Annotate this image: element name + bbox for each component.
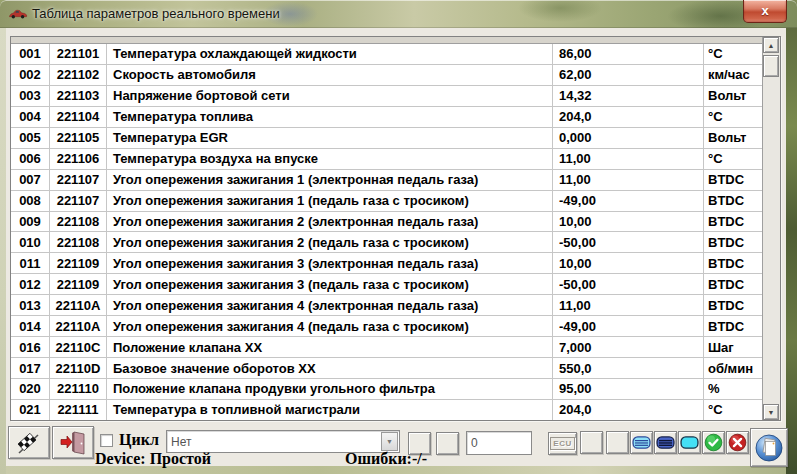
cell-name: Угол опережения зажигания 1 (электронная… [107, 170, 553, 190]
cell-value: 11,00 [553, 149, 704, 169]
car-icon[interactable] [8, 8, 28, 20]
table-row[interactable]: 001221101Температура охлаждающей жидкост… [11, 44, 762, 65]
close-button[interactable]: x [743, 0, 787, 23]
cell-num: 006 [11, 149, 50, 169]
cell-num: 009 [11, 212, 50, 232]
cell-value: -49,00 [553, 316, 704, 336]
counter-input[interactable] [466, 431, 532, 455]
chevron-down-icon[interactable]: ▼ [381, 432, 398, 451]
cell-code: 221103 [50, 86, 107, 106]
cell-num: 005 [11, 128, 50, 148]
vertical-scrollbar[interactable]: ▲ ▼ [762, 37, 780, 420]
cell-code: 221104 [50, 107, 107, 127]
cell-unit: % [704, 379, 762, 399]
titlebar[interactable]: Таблица параметров реального времени x [0, 0, 797, 28]
cancel-button[interactable] [726, 431, 749, 454]
cell-name: Угол опережения зажигания 4 (электронная… [107, 295, 553, 315]
blank-button-3[interactable] [580, 431, 603, 454]
cell-code: 221108 [50, 232, 107, 252]
cell-value: 7,000 [553, 337, 704, 357]
cell-code: 221108 [50, 212, 107, 232]
table-row[interactable]: 007221107Угол опережения зажигания 1 (эл… [11, 170, 762, 191]
cell-num: 011 [11, 253, 50, 273]
scroll-down-icon[interactable]: ▼ [763, 404, 779, 420]
panel-view-button[interactable] [678, 431, 701, 454]
table-row[interactable]: 009221108Угол опережения зажигания 2 (эл… [11, 212, 762, 233]
table-row[interactable]: 01722110DБазовое значение оборотов ХХ550… [11, 358, 762, 379]
cell-code: 221106 [50, 149, 107, 169]
cell-num: 004 [11, 107, 50, 127]
table-row[interactable]: 01322110AУгол опережения зажигания 4 (эл… [11, 295, 762, 316]
errors-status-label: Ошибки:-/- [345, 450, 427, 468]
cell-value: -49,00 [553, 191, 704, 211]
checkered-flag-icon [14, 430, 44, 456]
cell-name: Положение клапана ХХ [107, 337, 553, 357]
exit-door-button[interactable] [52, 426, 94, 459]
scrollbar-thumb[interactable] [763, 55, 779, 77]
cycle-checkbox[interactable] [100, 434, 113, 447]
cell-code: 221107 [50, 170, 107, 190]
cell-code: 221105 [50, 128, 107, 148]
table-row[interactable]: 008221107Угол опережения зажигания 1 (пе… [11, 191, 762, 212]
blank-button-2[interactable] [436, 432, 459, 455]
scroll-up-icon[interactable]: ▲ [763, 37, 779, 53]
cell-value: 550,0 [553, 358, 704, 378]
table-row[interactable]: 006221106Температура воздуха на впуске11… [11, 149, 762, 170]
list-view-light-button[interactable] [630, 431, 653, 454]
table-row[interactable]: 01622110CПоложение клапана ХХ7,000Шаг [11, 337, 762, 358]
list-view-dark-button[interactable] [654, 431, 677, 454]
cell-name: Температура охлаждающей жидкости [107, 44, 553, 64]
cross-circle-icon [728, 433, 747, 452]
cell-code: 221109 [50, 253, 107, 273]
cell-name: Температура в топливной магистрали [107, 400, 553, 420]
finish-flag-button[interactable] [8, 426, 50, 459]
cell-name: Базовое значение оборотов ХХ [107, 358, 553, 378]
client-area: 001221101Температура охлаждающей жидкост… [6, 28, 786, 466]
cell-code: 22110A [50, 295, 107, 315]
report-button[interactable] [750, 428, 788, 467]
cell-num: 016 [11, 337, 50, 357]
table-row[interactable]: 01422110AУгол опережения зажигания 4 (пе… [11, 316, 762, 337]
table-row[interactable]: 003221103Напряжение бортовой сети14,32Во… [11, 86, 762, 107]
cell-unit: км/час [704, 65, 762, 85]
cell-value: 10,00 [553, 253, 704, 273]
confirm-button[interactable] [702, 431, 725, 454]
cell-unit: °C [704, 400, 762, 420]
cell-num: 012 [11, 274, 50, 294]
table-row[interactable]: 012221109Угол опережения зажигания 3 (пе… [11, 274, 762, 295]
table-row[interactable]: 010221108Угол опережения зажигания 2 (пе… [11, 232, 762, 253]
cell-unit: BTDC [704, 170, 762, 190]
cell-code: 221102 [50, 65, 107, 85]
cell-num: 014 [11, 316, 50, 336]
cell-code: 221109 [50, 274, 107, 294]
cell-value: 10,00 [553, 212, 704, 232]
exit-door-icon [59, 430, 87, 456]
cell-unit: об/мин [704, 358, 762, 378]
table-row[interactable]: 011221109Угол опережения зажигания 3 (эл… [11, 253, 762, 274]
window-border-right [786, 28, 797, 474]
cell-code: 22110C [50, 337, 107, 357]
cell-value: 204,0 [553, 400, 704, 420]
cell-name: Положение клапана продувки угольного фил… [107, 379, 553, 399]
table-row[interactable]: 002221102Скорость автомобиля62,00км/час [11, 65, 762, 86]
cell-unit: Вольт [704, 86, 762, 106]
cell-unit: BTDC [704, 253, 762, 273]
table-row[interactable]: 020221110Положение клапана продувки угол… [11, 379, 762, 400]
cell-value: 62,00 [553, 65, 704, 85]
cell-unit: Вольт [704, 128, 762, 148]
cell-name: Угол опережения зажигания 2 (педаль газа… [107, 232, 553, 252]
cell-value: 11,00 [553, 170, 704, 190]
table-row[interactable]: 005221105Температура EGR0,000Вольт [11, 128, 762, 149]
ecu-button[interactable]: ECU [548, 432, 577, 455]
panel-cyan-icon [680, 435, 699, 450]
window-title: Таблица параметров реального времени [32, 6, 280, 21]
blank-button-4[interactable] [606, 431, 629, 454]
cell-num: 002 [11, 65, 50, 85]
cell-name: Угол опережения зажигания 4 (педаль газа… [107, 316, 553, 336]
mode-combobox-value: Нет [167, 435, 381, 449]
cell-value: -50,00 [553, 232, 704, 252]
table-row[interactable]: 021221111Температура в топливной магистр… [11, 400, 762, 420]
cell-value: 0,000 [553, 128, 704, 148]
table-row[interactable]: 004221104Температура топлива204,0°C [11, 107, 762, 128]
cell-unit: BTDC [704, 295, 762, 315]
